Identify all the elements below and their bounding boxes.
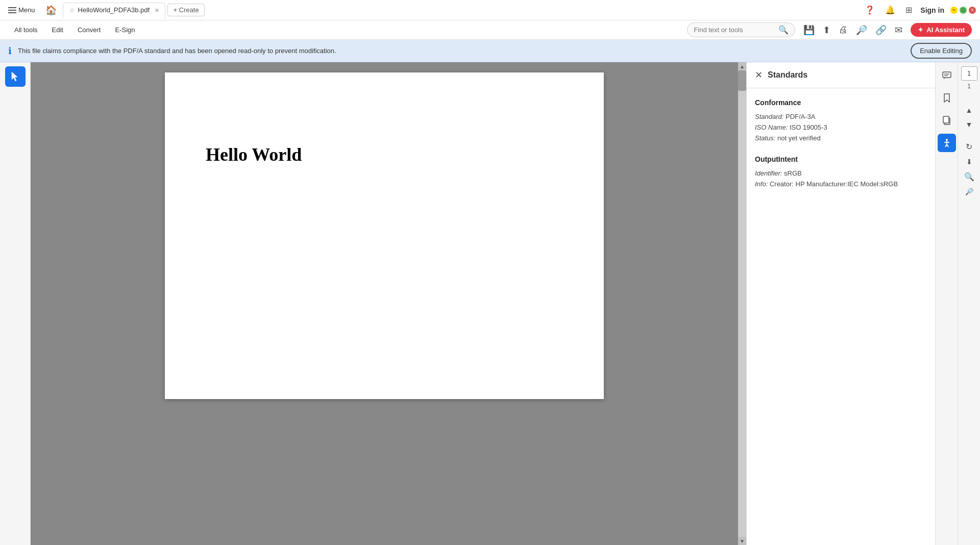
rotate-icon[interactable]: ↻: [964, 140, 974, 154]
conformance-section-title: Conformance: [755, 98, 927, 107]
pdf-viewer[interactable]: Hello World: [31, 62, 738, 545]
standard-value: PDF/A-3A: [786, 113, 816, 120]
pdf-scrollbar[interactable]: ▲ ▼: [738, 62, 746, 545]
zoom-fit-icon[interactable]: 🔎: [854, 22, 869, 38]
info-icon: ℹ: [8, 45, 12, 57]
close-button[interactable]: ×: [969, 7, 976, 14]
enable-editing-button[interactable]: Enable Editing: [911, 43, 972, 59]
info-label: Info:: [755, 180, 768, 188]
zoom-out-icon[interactable]: 🔎: [963, 186, 975, 197]
menu-button[interactable]: Menu: [4, 4, 39, 16]
menu-label: Menu: [18, 6, 35, 14]
maximize-button[interactable]: □: [960, 7, 967, 14]
tab-star: ☆: [69, 7, 75, 14]
tab-bar: ☆ HelloWorld_PDFA3b.pdf × + Create: [63, 3, 205, 18]
identifier-value: sRGB: [784, 169, 802, 177]
svg-rect-6: [943, 116, 949, 123]
menu-esign[interactable]: E-Sign: [109, 23, 141, 37]
search-bar[interactable]: 🔍: [687, 22, 795, 37]
info-value: Creator: HP Manufacturer:IEC Model:sRGB: [770, 180, 898, 188]
sign-in-button[interactable]: Sign in: [920, 6, 944, 14]
svg-marker-0: [12, 72, 17, 81]
menu-all-tools[interactable]: All tools: [8, 23, 44, 37]
zoom-in-icon[interactable]: 🔍: [962, 170, 976, 184]
standard-field: Standard: PDF/A-3A: [755, 113, 927, 120]
home-button[interactable]: 🏠: [43, 3, 59, 18]
scroll-up-arrow[interactable]: ▲: [738, 62, 746, 70]
info-field: Info: Creator: HP Manufacturer:IEC Model…: [755, 180, 927, 188]
bookmarks-tool-button[interactable]: [938, 89, 956, 107]
menu-convert[interactable]: Convert: [71, 23, 107, 37]
pdf-page: Hello World: [165, 72, 604, 399]
identifier-field: Identifier: sRGB: [755, 169, 927, 177]
upload-icon[interactable]: ⬆: [821, 22, 832, 38]
notification-icon[interactable]: 🔔: [883, 3, 897, 17]
iso-label: ISO Name:: [755, 123, 788, 131]
prev-page-button[interactable]: ▲: [964, 104, 975, 116]
status-value: not yet verified: [777, 134, 821, 142]
status-field: Status: not yet verified: [755, 134, 927, 142]
mail-icon[interactable]: ✉: [893, 22, 904, 38]
ai-icon: ✦: [918, 26, 923, 34]
window-controls: − □ ×: [950, 7, 976, 14]
title-bar-right: ❓ 🔔 ⊞ Sign in − □ ×: [863, 3, 976, 17]
search-icon: 🔍: [778, 25, 789, 35]
apps-icon[interactable]: ⊞: [903, 3, 914, 17]
main-area: Hello World ▲ ▼ ✕ Standards Conformance …: [0, 62, 980, 545]
output-intent-section-title: OutputIntent: [755, 155, 927, 163]
accessibility-tool-button[interactable]: [938, 134, 956, 152]
panel-header: ✕ Standards: [747, 62, 935, 88]
print-icon[interactable]: 🖨: [837, 22, 850, 37]
active-tab[interactable]: ☆ HelloWorld_PDFA3b.pdf ×: [63, 3, 166, 18]
scrollbar-thumb[interactable]: [738, 70, 746, 91]
tab-close-icon[interactable]: ×: [155, 6, 159, 14]
hamburger-icon: [8, 7, 16, 13]
select-tool-button[interactable]: [5, 66, 26, 87]
help-icon[interactable]: ❓: [863, 3, 877, 17]
title-bar-left: Menu 🏠 ☆ HelloWorld_PDFA3b.pdf × + Creat…: [4, 3, 863, 18]
bookmark-icon: [942, 93, 952, 103]
page-navigation: 1 1 ▲ ▼ ↻ ⬇ 🔍 🔎: [958, 62, 980, 545]
status-label: Status:: [755, 134, 775, 142]
next-page-button[interactable]: ▼: [964, 118, 975, 131]
panel-close-button[interactable]: ✕: [755, 69, 763, 81]
panel-body: Conformance Standard: PDF/A-3A ISO Name:…: [747, 88, 935, 545]
accessibility-icon: [942, 138, 952, 148]
copy-tool-button[interactable]: [938, 111, 956, 130]
new-tab-label: + Create: [173, 6, 199, 14]
pdf-heading: Hello World: [206, 144, 563, 165]
page-total-label: 1: [967, 83, 971, 90]
menu-bar-left: All tools Edit Convert E-Sign: [8, 23, 687, 37]
left-sidebar: [0, 62, 31, 545]
svg-rect-1: [943, 72, 951, 78]
panel-title: Standards: [768, 70, 807, 80]
ai-assistant-button[interactable]: ✦ AI Assistant: [911, 23, 972, 37]
standards-panel: ✕ Standards Conformance Standard: PDF/A-…: [746, 62, 935, 545]
comments-tool-button[interactable]: [938, 66, 956, 85]
svg-point-7: [946, 139, 948, 141]
link-icon[interactable]: 🔗: [873, 22, 889, 38]
toolbar-icons: 💾 ⬆ 🖨 🔎 🔗 ✉: [801, 22, 904, 38]
iso-value: ISO 19005-3: [790, 123, 827, 131]
new-tab-button[interactable]: + Create: [167, 4, 204, 16]
minimize-button[interactable]: −: [950, 7, 958, 14]
cursor-icon: [10, 71, 20, 82]
page-number-box[interactable]: 1: [961, 66, 977, 81]
comment-icon: [942, 70, 952, 81]
right-sidebar: [935, 62, 958, 545]
scroll-down-arrow[interactable]: ▼: [738, 537, 746, 545]
search-input[interactable]: [694, 26, 775, 34]
copy-icon: [942, 115, 952, 126]
standard-label: Standard:: [755, 113, 783, 120]
ai-label: AI Assistant: [926, 26, 965, 34]
notification-bar: ℹ This file claims compliance with the P…: [0, 40, 980, 62]
save-page-icon[interactable]: ⬇: [964, 156, 974, 168]
title-bar: Menu 🏠 ☆ HelloWorld_PDFA3b.pdf × + Creat…: [0, 0, 980, 20]
notification-text: This file claims compliance with the PDF…: [18, 47, 904, 55]
tab-label: HelloWorld_PDFA3b.pdf: [78, 6, 150, 14]
svg-line-11: [947, 144, 948, 147]
menu-bar: All tools Edit Convert E-Sign 🔍 💾 ⬆ 🖨 🔎 …: [0, 20, 980, 40]
save-icon[interactable]: 💾: [801, 22, 817, 38]
menu-edit[interactable]: Edit: [46, 23, 69, 37]
pdf-content: Hello World: [206, 144, 563, 165]
